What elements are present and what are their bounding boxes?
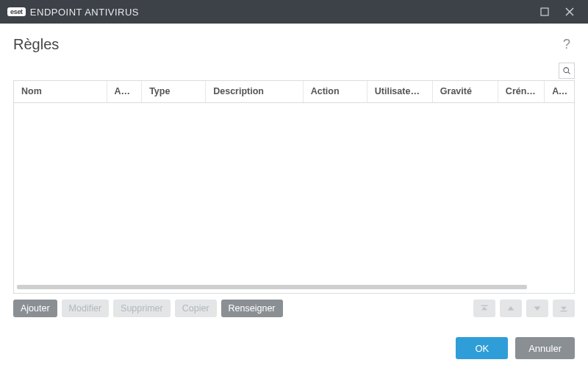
chevron-bottom-icon <box>559 303 569 314</box>
table-body-empty <box>14 103 574 284</box>
help-button[interactable]: ? <box>559 34 575 55</box>
col-utilisateurs[interactable]: Utilisateurs <box>368 81 433 102</box>
horizontal-scrollbar[interactable] <box>14 284 574 293</box>
help-icon: ? <box>563 37 570 52</box>
svg-marker-8 <box>534 306 541 311</box>
svg-marker-9 <box>561 307 567 310</box>
col-nom[interactable]: Nom <box>14 81 107 102</box>
rules-table: Nom Activé Type Description Action Utili… <box>13 80 575 294</box>
populate-button[interactable]: Renseigner <box>221 300 283 317</box>
move-bottom-button <box>553 300 575 317</box>
svg-marker-6 <box>481 307 487 310</box>
col-description[interactable]: Description <box>206 81 303 102</box>
table-header-row: Nom Activé Type Description Action Utili… <box>14 81 574 103</box>
col-gravite[interactable]: Gravité <box>433 81 498 102</box>
svg-point-3 <box>564 68 569 73</box>
ok-button[interactable]: OK <box>456 337 508 359</box>
svg-line-4 <box>568 72 570 74</box>
col-creneau[interactable]: Crénea... <box>498 81 545 102</box>
move-top-button <box>473 300 495 317</box>
col-active[interactable]: Activé <box>107 81 143 102</box>
chevron-up-icon <box>506 303 516 314</box>
delete-button: Supprimer <box>113 300 171 317</box>
dialog-footer: OK Annuler <box>0 328 588 368</box>
page-header: Règles ? <box>0 24 588 63</box>
svg-rect-10 <box>561 311 567 311</box>
brand-badge: eset <box>7 7 26 16</box>
col-type[interactable]: Type <box>142 81 206 102</box>
move-up-button <box>500 300 522 317</box>
svg-rect-0 <box>541 8 548 15</box>
chevron-down-icon <box>532 303 542 314</box>
search-icon <box>562 66 571 75</box>
close-icon <box>565 7 574 16</box>
search-button[interactable] <box>559 63 575 79</box>
copy-button: Copier <box>175 300 217 317</box>
titlebar: eset ENDPOINT ANTIVIRUS <box>0 0 588 24</box>
edit-button: Modifier <box>62 300 109 317</box>
col-action[interactable]: Action <box>304 81 368 102</box>
cancel-button[interactable]: Annuler <box>515 337 575 359</box>
window-maximize-button[interactable] <box>532 0 557 24</box>
svg-marker-7 <box>508 306 514 311</box>
brand-text: ENDPOINT ANTIVIRUS <box>30 7 139 18</box>
add-button[interactable]: Ajouter <box>13 300 57 317</box>
window-close-button[interactable] <box>557 0 582 24</box>
table-actions: Ajouter Modifier Supprimer Copier Rensei… <box>0 294 588 317</box>
chevron-top-icon <box>479 303 490 314</box>
col-avertir[interactable]: Aver <box>545 81 574 102</box>
svg-rect-5 <box>481 305 488 306</box>
maximize-icon <box>540 7 549 16</box>
page-title: Règles <box>13 36 59 53</box>
move-down-button <box>526 300 548 317</box>
